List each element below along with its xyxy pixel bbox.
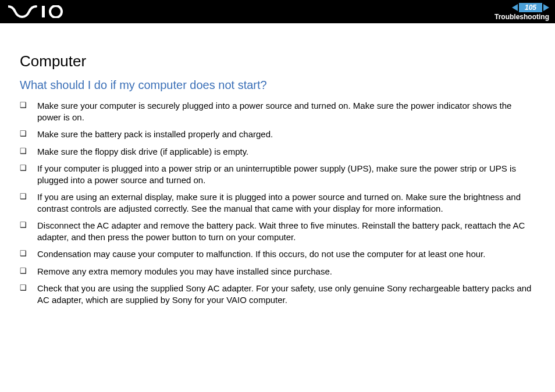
page-navigation: 105 (512, 3, 549, 12)
list-item-text: Remove any extra memory modules you may … (37, 266, 332, 276)
vaio-logo (8, 0, 66, 23)
header-right: 105 Troubleshooting (494, 3, 549, 21)
bullet-icon: ❑ (20, 163, 27, 173)
list-item-text: Check that you are using the supplied So… (37, 283, 531, 305)
list-item-text: Make sure the battery pack is installed … (37, 129, 273, 139)
tips-list: ❑Make sure your computer is securely plu… (20, 100, 535, 305)
page-number: 105 (519, 3, 542, 12)
bullet-icon: ❑ (20, 283, 27, 293)
bullet-icon: ❑ (20, 129, 27, 139)
bullet-icon: ❑ (20, 192, 27, 202)
svg-point-1 (50, 6, 62, 17)
list-item-text: If you are using an external display, ma… (37, 192, 521, 213)
list-item: ❑Disconnect the AC adapter and remove th… (20, 220, 535, 243)
list-item: ❑Check that you are using the supplied S… (20, 283, 535, 305)
bullet-icon: ❑ (20, 220, 27, 230)
bullet-icon: ❑ (20, 147, 27, 156)
list-item: ❑If you are using an external display, m… (20, 191, 535, 214)
list-item-text: If your computer is plugged into a power… (37, 163, 516, 185)
list-item: ❑Make sure the battery pack is installed… (20, 129, 535, 140)
bullet-icon: ❑ (20, 101, 27, 111)
header-bar: 105 Troubleshooting (0, 0, 555, 23)
page-content: Computer What should I do if my computer… (0, 23, 555, 305)
prev-page-arrow-icon[interactable] (512, 4, 518, 11)
list-item-text: Condensation may cause your computer to … (37, 249, 485, 259)
list-item: ❑Make sure your computer is securely plu… (20, 100, 535, 123)
bullet-icon: ❑ (20, 266, 27, 276)
svg-rect-0 (42, 6, 45, 17)
list-item-text: Make sure your computer is securely plug… (37, 101, 511, 122)
bullet-icon: ❑ (20, 249, 27, 259)
list-item-text: Disconnect the AC adapter and remove the… (37, 220, 525, 242)
next-page-arrow-icon[interactable] (543, 4, 549, 11)
page-title: Computer (20, 52, 535, 70)
list-item: ❑Make sure the floppy disk drive (if app… (20, 146, 535, 158)
question-heading: What should I do if my computer does not… (20, 79, 535, 92)
list-item: ❑Remove any extra memory modules you may… (20, 266, 535, 277)
list-item: ❑If your computer is plugged into a powe… (20, 163, 535, 186)
list-item: ❑Condensation may cause your computer to… (20, 248, 535, 260)
list-item-text: Make sure the floppy disk drive (if appl… (37, 147, 248, 156)
section-label: Troubleshooting (494, 13, 549, 21)
